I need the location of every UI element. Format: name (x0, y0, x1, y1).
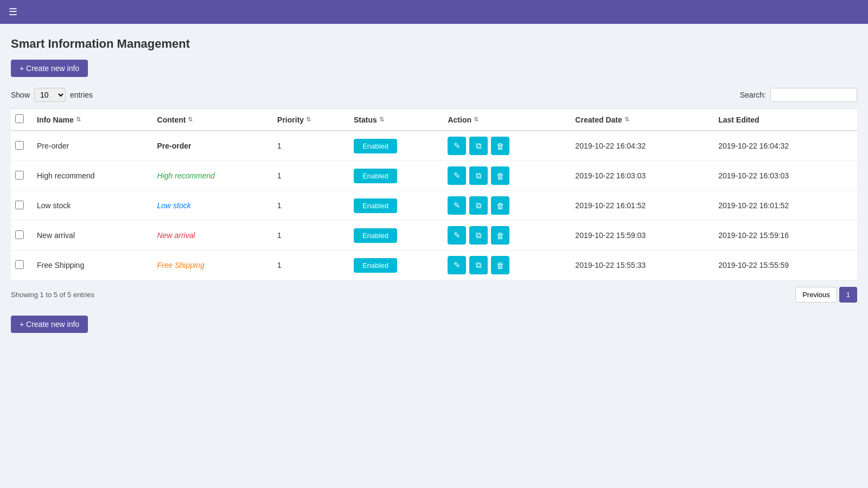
row-checkbox-0[interactable] (15, 141, 24, 150)
col-content: Content ⇅ (153, 109, 273, 131)
pagination: Previous 1 (795, 287, 857, 303)
col-action: Action ⇅ (443, 109, 571, 131)
status-sort-icon: ⇅ (379, 116, 384, 123)
row-last-edited: 2019-10-22 15:59:16 (714, 221, 857, 251)
table-body: Pre-order Pre-order 1 Enabled ✎ ⧉ 🗑 (11, 131, 857, 280)
topbar: ☰ (0, 0, 868, 24)
edit-button-3[interactable]: ✎ (448, 226, 466, 245)
delete-icon: 🗑 (496, 142, 505, 151)
row-checkbox-cell (11, 251, 33, 280)
row-last-edited: 2019-10-22 15:55:59 (714, 251, 857, 280)
row-checkbox-3[interactable] (15, 230, 24, 239)
edit-icon: ✎ (454, 141, 461, 151)
edit-button-2[interactable]: ✎ (448, 196, 466, 215)
row-checkbox-4[interactable] (15, 260, 24, 269)
copy-button-3[interactable]: ⧉ (469, 226, 488, 245)
delete-button-2[interactable]: 🗑 (491, 196, 509, 215)
row-content: New arrival (153, 221, 273, 251)
page-title: Smart Information Management (11, 37, 857, 51)
content-sort-icon: ⇅ (188, 116, 193, 123)
search-box: Search: (740, 88, 857, 102)
edit-icon: ✎ (454, 171, 461, 181)
row-actions: ✎ ⧉ 🗑 (443, 221, 571, 251)
row-status: Enabled (349, 251, 443, 280)
row-info-name: High recommend (33, 161, 153, 191)
entries-select[interactable]: 10 25 50 100 (34, 88, 66, 102)
row-info-name: New arrival (33, 221, 153, 251)
row-info-name: Free Shipping (33, 251, 153, 280)
col-created-date: Created Date ⇅ (571, 109, 714, 131)
table-controls: Show 10 25 50 100 entries Search: (11, 88, 857, 102)
row-checkbox-cell (11, 221, 33, 251)
search-label: Search: (740, 91, 766, 99)
table-header: Info Name ⇅ Content ⇅ Priority ⇅ (11, 109, 857, 131)
copy-button-1[interactable]: ⧉ (469, 166, 488, 185)
copy-button-2[interactable]: ⧉ (469, 196, 488, 215)
copy-button-4[interactable]: ⧉ (469, 256, 488, 274)
row-priority: 1 (273, 161, 349, 191)
status-enabled-button-1[interactable]: Enabled (354, 169, 397, 183)
row-created-date: 2019-10-22 15:55:33 (571, 251, 714, 280)
create-new-info-button-bottom[interactable]: + Create new info (11, 316, 88, 333)
copy-icon: ⧉ (476, 201, 482, 210)
row-actions: ✎ ⧉ 🗑 (443, 131, 571, 161)
col-last-edited: Last Edited (714, 109, 857, 131)
col-content-label: Content (157, 115, 186, 124)
edit-button-0[interactable]: ✎ (448, 137, 466, 155)
row-status: Enabled (349, 131, 443, 161)
row-checkbox-cell (11, 191, 33, 221)
copy-icon: ⧉ (476, 230, 482, 240)
info-name-sort-icon: ⇅ (76, 116, 81, 123)
status-enabled-button-3[interactable]: Enabled (354, 228, 397, 243)
table-row: Free Shipping Free Shipping 1 Enabled ✎ … (11, 251, 857, 280)
row-created-date: 2019-10-22 15:59:03 (571, 221, 714, 251)
table-footer: Showing 1 to 5 of 5 entries Previous 1 (11, 287, 857, 303)
row-created-date: 2019-10-22 16:03:03 (571, 161, 714, 191)
row-created-date: 2019-10-22 16:04:32 (571, 131, 714, 161)
row-actions: ✎ ⧉ 🗑 (443, 161, 571, 191)
copy-icon: ⧉ (476, 141, 482, 151)
delete-button-4[interactable]: 🗑 (491, 256, 509, 274)
show-entries: Show 10 25 50 100 entries (11, 88, 93, 102)
create-new-info-button-top[interactable]: + Create new info (11, 60, 88, 77)
row-actions: ✎ ⧉ 🗑 (443, 251, 571, 280)
data-table: Info Name ⇅ Content ⇅ Priority ⇅ (11, 108, 857, 280)
delete-icon: 🗑 (496, 171, 505, 181)
delete-button-3[interactable]: 🗑 (491, 226, 509, 245)
row-actions: ✎ ⧉ 🗑 (443, 191, 571, 221)
col-status: Status ⇅ (349, 109, 443, 131)
copy-button-0[interactable]: ⧉ (469, 137, 488, 155)
select-all-checkbox[interactable] (15, 114, 24, 123)
previous-button[interactable]: Previous (795, 287, 837, 303)
row-last-edited: 2019-10-22 16:04:32 (714, 131, 857, 161)
row-content: High recommend (153, 161, 273, 191)
col-created-date-label: Created Date (575, 115, 622, 124)
col-priority-label: Priority (277, 115, 304, 124)
edit-button-1[interactable]: ✎ (448, 166, 466, 185)
edit-icon: ✎ (454, 201, 461, 210)
main-content: Smart Information Management + Create ne… (0, 24, 868, 357)
page-1-button[interactable]: 1 (839, 287, 857, 303)
copy-icon: ⧉ (476, 171, 482, 181)
copy-icon: ⧉ (476, 260, 482, 270)
menu-icon[interactable]: ☰ (9, 6, 17, 18)
delete-button-1[interactable]: 🗑 (491, 166, 509, 185)
search-input[interactable] (770, 88, 857, 102)
delete-icon: 🗑 (496, 231, 505, 240)
edit-button-4[interactable]: ✎ (448, 256, 466, 274)
status-enabled-button-0[interactable]: Enabled (354, 139, 397, 153)
entries-label: entries (70, 91, 93, 99)
col-checkbox (11, 109, 33, 131)
row-last-edited: 2019-10-22 16:03:03 (714, 161, 857, 191)
row-checkbox-1[interactable] (15, 171, 24, 179)
row-priority: 1 (273, 221, 349, 251)
status-enabled-button-4[interactable]: Enabled (354, 258, 397, 273)
status-enabled-button-2[interactable]: Enabled (354, 198, 397, 213)
delete-button-0[interactable]: 🗑 (491, 137, 509, 155)
row-content: Pre-order (153, 131, 273, 161)
row-checkbox-2[interactable] (15, 201, 24, 209)
row-info-name: Pre-order (33, 131, 153, 161)
created-date-sort-icon: ⇅ (624, 116, 629, 123)
col-info-name-label: Info Name (37, 115, 74, 124)
row-content: Free Shipping (153, 251, 273, 280)
